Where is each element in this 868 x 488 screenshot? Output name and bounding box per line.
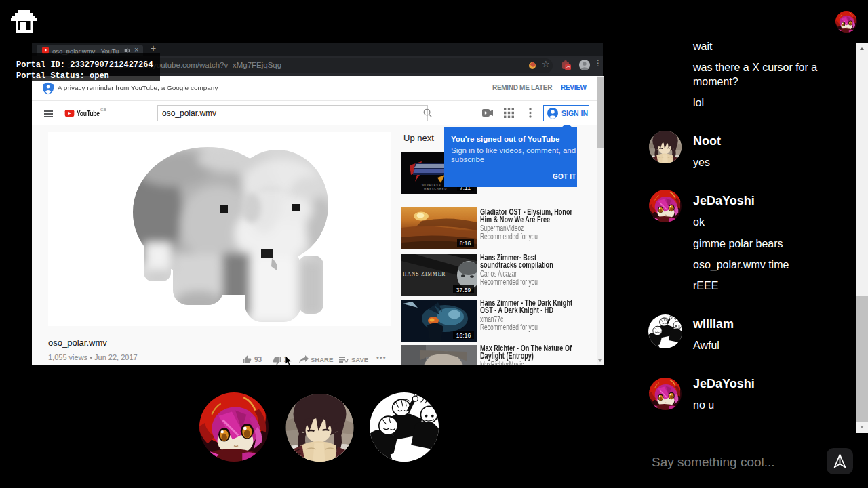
svg-text:HANS ZIMMER: HANS ZIMMER [403,271,446,277]
svg-text:8:16: 8:16 [460,240,471,247]
svg-text:37:59: 37:59 [456,287,471,293]
svg-text:16:16: 16:16 [456,332,471,339]
svg-text:25: 25 [566,65,570,69]
